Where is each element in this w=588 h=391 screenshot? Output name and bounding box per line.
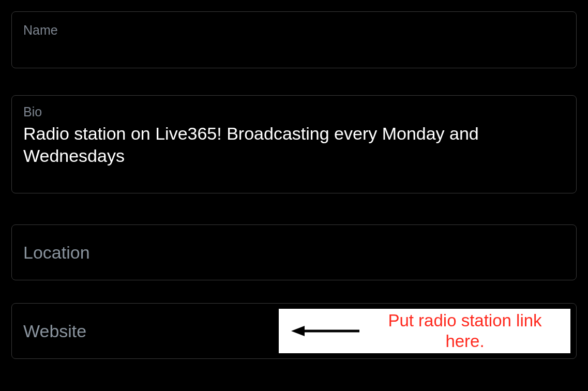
bio-input[interactable]: Radio station on Live365! Broadcasting e… xyxy=(23,123,565,167)
website-label: Website xyxy=(23,321,86,341)
bio-label: Bio xyxy=(23,104,565,119)
name-field[interactable]: Name xyxy=(11,11,577,68)
name-label: Name xyxy=(23,22,565,38)
website-field[interactable]: Website Put radio station link here. xyxy=(11,303,577,359)
name-input[interactable] xyxy=(23,38,565,58)
arrow-left-icon xyxy=(287,321,370,341)
location-field[interactable]: Location xyxy=(11,224,577,280)
location-label: Location xyxy=(23,243,90,263)
svg-marker-1 xyxy=(291,326,305,336)
bio-field[interactable]: Bio Radio station on Live365! Broadcasti… xyxy=(11,95,577,193)
annotation-text: Put radio station link here. xyxy=(370,310,570,351)
annotation-callout: Put radio station link here. xyxy=(279,309,570,353)
